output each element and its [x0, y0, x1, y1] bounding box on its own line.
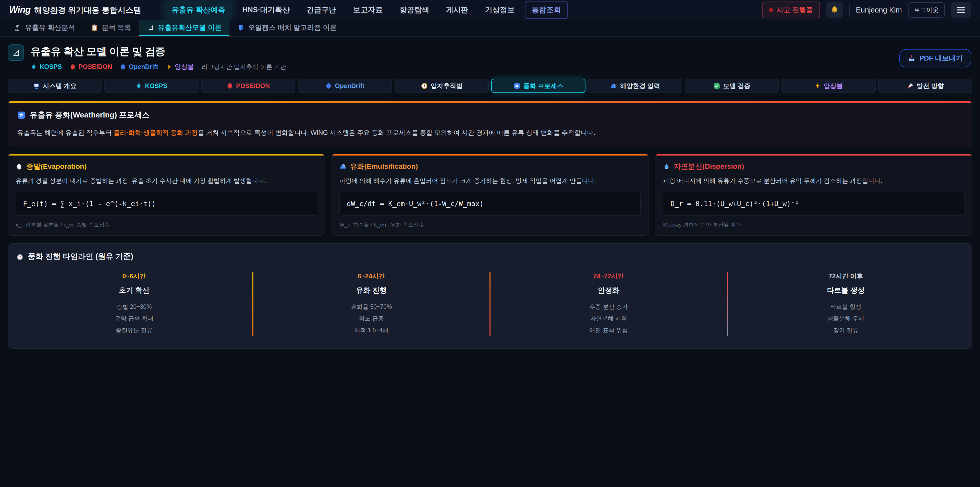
tab-oil-fence-algorithm-theory[interactable]: 오일펜스 배치 알고리즘 이론	[229, 21, 345, 36]
section-pill-poseidon[interactable]: POSEIDON	[201, 79, 295, 93]
tab-diffusion-model-theory[interactable]: 유출유확산모델 이론	[139, 21, 229, 36]
evaporation-note: x_i: 성분별 몰분율 / k_ei: 증발 속도상수	[16, 221, 317, 228]
section-pill-particle-tracking[interactable]: 입자추적법	[395, 79, 489, 93]
egg-icon	[16, 163, 23, 170]
kosps-badge: KOSPS	[30, 63, 62, 70]
weathering-section: 유출유 풍화(Weathering) 프로세스 유출유는 해면에 유출된 직후부…	[8, 101, 972, 147]
repeat-icon	[514, 83, 520, 89]
tab-analysis-list[interactable]: 분석 목록	[83, 21, 139, 36]
nav-oil-spill-forecast[interactable]: 유출유 확산예측	[165, 1, 232, 19]
shield-icon	[237, 24, 245, 31]
stopwatch-icon	[16, 253, 24, 260]
dispersion-description: 파랑 에너지에 의해 유류가 수중으로 분산되어 유막 두께가 감소하는 과정입…	[663, 176, 964, 185]
evaporation-formula: F_e(t) = ∑ x_i·(1 - e^(-k_ei·t))	[16, 192, 317, 216]
export-tray-icon	[908, 54, 916, 62]
nav-hns-air-diffusion[interactable]: HNS·대기확산	[235, 1, 297, 19]
process-cards: 증발(Evaporation) 유류의 경질 성분이 대기로 증발하는 과정. …	[8, 154, 972, 236]
weathering-timeline-section: 풍화 진행 타임라인 (원유 기준) 0~6시간 초기 확산 증발 20~30%…	[8, 243, 972, 348]
dispersion-card-title: 자연분산(Dispersion)	[663, 162, 964, 171]
app-logo: Wing 해양환경 위기대응 통합시스템	[9, 4, 142, 16]
page-title-block: 유출유 확산 모델 이론 및 검증 KOSPS POSEIDON OpenDri…	[30, 45, 286, 71]
stage-items: 타르볼 형성 생물분해 우세 장기 잔류	[728, 301, 964, 336]
app-title: 해양환경 위기대응 통합시스템	[34, 5, 142, 16]
pdf-export-button[interactable]: PDF 내보내기	[899, 49, 971, 67]
stage-time: 0~6시간	[16, 272, 252, 280]
section-pill-model-validation[interactable]: 모델 검증	[685, 79, 779, 93]
hamburger-icon	[957, 6, 965, 13]
emulsification-description: 파랑에 의해 해수가 유류에 혼입되어 점도가 크게 증가하는 현상. 방제 작…	[339, 176, 641, 185]
section-nav: 시스템 개요 KOSPS POSEIDON OpenDrift 입자추적법 풍화…	[8, 79, 972, 93]
tab-label: 오일펜스 배치 알고리즘 이론	[248, 23, 337, 32]
sub-tabbar: 유출유 확산분석 분석 목록 유출유확산모델 이론 오일펜스 배치 알고리즘 이…	[0, 21, 980, 37]
section-pill-opendrift[interactable]: OpenDrift	[298, 79, 392, 93]
stage-time: 72시간 이후	[728, 272, 964, 280]
bell-icon	[830, 5, 839, 14]
poseidon-badge: POSEIDON	[70, 63, 112, 70]
diamond-icon	[135, 83, 142, 89]
highlighted-phrase: 물리·화학·생물학적 풍화 과정	[114, 129, 198, 136]
timeline-stage-emulsification: 6~24시간 유화 진행 유화율 50~70% 점도 급증 체적 1.5~4배	[253, 272, 490, 336]
evaporation-description: 유류의 경질 성분이 대기로 증발하는 과정. 유출 초기 수시간 내에 가장 …	[16, 176, 317, 185]
triangle-ruler-icon	[11, 48, 21, 57]
timeline-stage-stabilization: 24~72시간 안정화 수중 분산 증가 자연분해 시작 해안 표착 위험	[490, 272, 727, 336]
section-pill-marine-env-input[interactable]: 해양환경 입력	[588, 79, 682, 93]
triangle-ruler-icon	[146, 24, 154, 31]
compass-icon	[421, 83, 428, 89]
logo-wing-mark: Wing	[9, 4, 30, 15]
monitor-icon	[33, 83, 40, 89]
wave-icon	[610, 83, 617, 89]
model-badge-row: KOSPS POSEIDON OpenDrift 앙상블 라그랑지안 입자추적 …	[30, 62, 286, 71]
section-pill-kosps[interactable]: KOSPS	[104, 79, 199, 93]
stage-time: 6~24시간	[253, 272, 490, 280]
section-pill-weathering-process[interactable]: 풍화 프로세스	[491, 79, 585, 93]
main-content: 유출유 확산 모델 이론 및 검증 KOSPS POSEIDON OpenDri…	[0, 37, 980, 348]
nav-board[interactable]: 게시판	[439, 1, 475, 19]
repeat-icon	[17, 111, 26, 120]
timeline-stage-initial-spread: 0~6시간 초기 확산 증발 20~30% 유막 급속 확대 중질유분 잔류	[16, 272, 252, 336]
page-subtitle: 라그랑지안 입자추적 이론 기반	[202, 63, 286, 71]
nav-reports[interactable]: 보고자료	[347, 1, 390, 19]
nav-integrated-search[interactable]: 통합조회	[525, 1, 568, 19]
wave-icon	[339, 163, 347, 170]
emulsification-note: W_c: 함수율 / K_em: 유화 속도상수	[339, 221, 641, 228]
menu-button[interactable]	[951, 2, 971, 18]
blue-circle-icon	[325, 83, 332, 89]
stage-title: 안정화	[490, 286, 727, 295]
header-right: 사고 진행중 Eunjeong Kim 로그아웃	[762, 2, 971, 18]
tab-spill-analysis[interactable]: 유출유 확산분석	[6, 21, 83, 36]
incident-badge-label: 사고 진행중	[776, 5, 813, 14]
emulsification-formula: dW_c/dt = K_em·U_w²·(1-W_c/W_max)	[339, 192, 641, 216]
evaporation-card: 증발(Evaporation) 유류의 경질 성분이 대기로 증발하는 과정. …	[8, 154, 325, 236]
incident-status-badge[interactable]: 사고 진행중	[762, 2, 820, 18]
notifications-button[interactable]	[826, 2, 843, 18]
nav-aerial-search[interactable]: 항공탐색	[393, 1, 436, 19]
tab-label: 유출유확산모델 이론	[158, 23, 222, 32]
header-divider	[849, 4, 850, 16]
rocket-icon	[907, 83, 914, 89]
stage-title: 타르볼 생성	[728, 286, 964, 295]
nav-emergency-rescue[interactable]: 긴급구난	[300, 1, 343, 19]
tab-label: 분석 목록	[102, 23, 131, 32]
stage-time: 24~72시간	[490, 272, 727, 280]
page-icon-box	[8, 45, 24, 61]
diamond-icon	[30, 64, 37, 70]
top-header: Wing 해양환경 위기대응 통합시스템 유출유 확산예측 HNS·대기확산 긴…	[0, 0, 980, 21]
dispersion-formula: D_r = 0.11·(U_w+U_c)²·(1+U_w)⁻¹	[663, 192, 964, 216]
logout-button[interactable]: 로그아웃	[908, 2, 945, 18]
red-circle-icon	[227, 83, 233, 89]
lightning-icon	[166, 64, 172, 70]
section-pill-future-direction[interactable]: 발전 방향	[878, 79, 972, 93]
clipboard-icon	[91, 24, 98, 31]
section-pill-ensemble[interactable]: 앙상블	[781, 79, 876, 93]
stage-items: 수중 분산 증가 자연분해 시작 해안 표착 위험	[490, 301, 727, 336]
blue-circle-icon	[120, 64, 126, 70]
check-icon	[713, 83, 720, 89]
timeline-title: 풍화 진행 타임라인 (원유 기준)	[16, 251, 964, 262]
nav-weather-info[interactable]: 기상정보	[479, 1, 522, 19]
section-pill-system-overview[interactable]: 시스템 개요	[8, 79, 102, 93]
microscope-icon	[14, 24, 21, 31]
lightning-icon	[815, 83, 821, 89]
tab-label: 유출유 확산분석	[25, 23, 75, 32]
ensemble-badge: 앙상블	[166, 62, 194, 71]
stage-items: 유화율 50~70% 점도 급증 체적 1.5~4배	[253, 301, 490, 336]
